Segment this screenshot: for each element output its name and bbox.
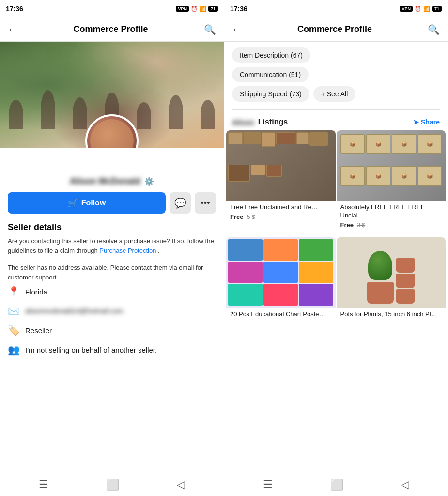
right-bottom-nav: ☰ ⬜ ◁ bbox=[224, 473, 448, 496]
listing-info-4: Pots for Plants, 15 inch 6 inch Pl… bbox=[337, 308, 446, 324]
listing-card-2[interactable]: 📦 📦 📦 📦 📦 📦 📦 📦 Absolutely FREE FREE FRE… bbox=[337, 130, 446, 232]
person-7 bbox=[201, 100, 215, 129]
right-menu-icon[interactable]: ☰ bbox=[263, 479, 273, 491]
people-icon: 👥 bbox=[8, 344, 19, 356]
action-row: 🛒 Follow 💬 ••• bbox=[0, 192, 224, 214]
price-main-1: Free bbox=[230, 213, 243, 220]
purchase-protection-link[interactable]: Purchase Protection bbox=[99, 247, 156, 254]
messenger-button[interactable]: 💬 bbox=[170, 192, 191, 214]
listing-card-4[interactable]: Pots for Plants, 15 inch 6 inch Pl… bbox=[337, 237, 446, 324]
person-5 bbox=[137, 102, 151, 129]
wifi-icon: 📶 bbox=[200, 6, 206, 12]
price-strike-2: 3 $ bbox=[357, 222, 366, 229]
messenger-icon: 💬 bbox=[174, 197, 186, 209]
box-9 bbox=[266, 165, 282, 177]
alarm-icon: ⏰ bbox=[191, 6, 198, 12]
left-back-button[interactable]: ← bbox=[8, 24, 17, 35]
left-back-icon[interactable]: ◁ bbox=[177, 479, 185, 491]
listing-img-amazon: 📦 📦 📦 📦 📦 📦 📦 📦 bbox=[337, 130, 446, 201]
right-search-button[interactable]: 🔍 bbox=[428, 24, 440, 35]
left-menu-icon[interactable]: ☰ bbox=[39, 479, 48, 491]
avatar-face bbox=[90, 119, 134, 148]
box-5 bbox=[296, 132, 309, 144]
profile-name-row: Alison McDonald ⚙️ bbox=[70, 176, 154, 186]
seller-details-heading: Seller details bbox=[8, 222, 216, 232]
desc1-end: . bbox=[158, 247, 160, 254]
right-status-bar: 17:36 VPN ⏰ 📶 71 bbox=[224, 0, 448, 17]
listing-info-1: Free Free Unclaimed and Re… Free 5 $ bbox=[226, 201, 336, 224]
listing-title-1: Free Free Unclaimed and Re… bbox=[230, 203, 332, 212]
right-scroll-area[interactable]: Item Description (67) Communication (51)… bbox=[224, 42, 448, 473]
poster-4 bbox=[228, 262, 263, 283]
more-button[interactable]: ••• bbox=[195, 192, 216, 214]
seller-name-blur: Alison bbox=[232, 118, 254, 126]
amazon-box-7: 📦 bbox=[392, 166, 416, 186]
more-icon: ••• bbox=[201, 198, 210, 208]
pot-stack bbox=[396, 258, 415, 304]
behalf-text: I'm not selling on behalf of another sel… bbox=[25, 346, 157, 354]
poster-6 bbox=[299, 262, 333, 283]
right-alarm-icon: ⏰ bbox=[415, 6, 421, 12]
chip-communication[interactable]: Communication (51) bbox=[232, 67, 309, 82]
listings-grid: Free Free Unclaimed and Re… Free 5 $ 📦 📦… bbox=[224, 130, 448, 328]
listings-title-area: Alison Listings bbox=[232, 118, 288, 126]
follow-button[interactable]: 🛒 Follow bbox=[8, 192, 166, 214]
verified-icon: ⚙️ bbox=[144, 177, 154, 186]
share-button[interactable]: ➤ Share bbox=[413, 118, 440, 126]
email-text: alisonmcdonald14@hotmail.com bbox=[25, 307, 124, 315]
right-back-icon[interactable]: ◁ bbox=[401, 479, 409, 491]
small-pot-3 bbox=[396, 289, 415, 304]
person-6 bbox=[169, 95, 183, 129]
right-back-button[interactable]: ← bbox=[232, 24, 242, 35]
amazon-box-6: 📦 bbox=[366, 166, 390, 186]
left-time: 17:36 bbox=[6, 5, 23, 13]
share-label: Share bbox=[421, 118, 440, 126]
left-home-icon[interactable]: ⬜ bbox=[106, 479, 119, 491]
left-nav-bar: ← Commerce Profile 🔍 bbox=[0, 17, 224, 42]
listing-price-1: Free 5 $ bbox=[230, 213, 332, 220]
box-3 bbox=[262, 132, 275, 147]
right-time: 17:36 bbox=[230, 5, 247, 13]
follow-label: Follow bbox=[81, 199, 106, 207]
listing-card-3[interactable]: 20 Pcs Educational Chart Poste… bbox=[226, 237, 336, 324]
right-nav-title: Commerce Profile bbox=[297, 24, 372, 34]
location-icon: 📍 bbox=[8, 286, 19, 297]
rating-chips-section: Item Description (67) Communication (51)… bbox=[224, 42, 448, 108]
share-icon: ➤ bbox=[413, 118, 419, 126]
listing-info-2: Absolutely FREE FREE FREE Unclai… Free 3… bbox=[337, 201, 446, 232]
left-phone-panel: 17:36 VPN ⏰ 📶 71 ← Commerce Profile 🔍 bbox=[0, 0, 224, 496]
left-status-icons: VPN ⏰ 📶 71 bbox=[176, 6, 218, 12]
chip-shipping-speed[interactable]: Shipping Speed (73) bbox=[232, 86, 309, 102]
listing-img-boxes bbox=[226, 130, 336, 201]
listing-img-posters bbox=[226, 237, 336, 308]
amazon-box-2: 📦 bbox=[366, 134, 390, 154]
poster-2 bbox=[263, 239, 298, 261]
price-main-2: Free bbox=[340, 221, 354, 229]
poster-8 bbox=[263, 284, 298, 305]
amazon-box-3: 📦 bbox=[392, 134, 416, 154]
right-nav-bar: ← Commerce Profile 🔍 bbox=[224, 17, 448, 42]
box-1 bbox=[228, 132, 243, 144]
left-search-button[interactable]: 🔍 bbox=[204, 24, 216, 35]
chip-item-description[interactable]: Item Description (67) bbox=[232, 47, 310, 63]
follow-icon: 🛒 bbox=[68, 199, 77, 208]
poster-7 bbox=[228, 284, 263, 305]
see-all-chip[interactable]: + See All bbox=[313, 86, 356, 102]
listing-title-2: Absolutely FREE FREE FREE Unclai… bbox=[340, 203, 442, 220]
listing-card-1[interactable]: Free Free Unclaimed and Re… Free 5 $ bbox=[226, 130, 336, 232]
listing-title-4: Pots for Plants, 15 inch 6 inch Pl… bbox=[340, 310, 442, 319]
tag-icon: 🏷️ bbox=[8, 325, 19, 336]
profile-info-section: Alison McDonald ⚙️ bbox=[0, 172, 224, 186]
battery-badge: 71 bbox=[208, 6, 218, 12]
right-vpn-badge: VPN bbox=[400, 6, 413, 12]
amazon-box-5: 📦 bbox=[340, 166, 365, 186]
email-icon: ✉️ bbox=[8, 305, 19, 317]
behalf-row: 👥 I'm not selling on behalf of another s… bbox=[0, 340, 224, 359]
right-home-icon[interactable]: ⬜ bbox=[330, 479, 343, 491]
listings-header: Alison Listings ➤ Share bbox=[224, 112, 448, 130]
right-status-icons: VPN ⏰ 📶 71 bbox=[400, 6, 442, 12]
person-2 bbox=[41, 90, 55, 129]
poster-5 bbox=[263, 262, 298, 283]
listings-label: Listings bbox=[258, 118, 288, 126]
seller-details-desc1: Are you contacting this seller to resolv… bbox=[8, 236, 216, 255]
